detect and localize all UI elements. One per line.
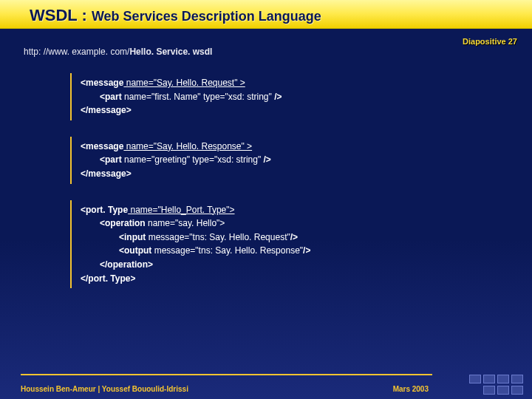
message-response-block: <message name="Say. Hello. Response" > <… (70, 137, 532, 184)
footer-divider (21, 374, 432, 375)
title-sub: Web Services Description Language (92, 9, 321, 24)
url-prefix: http: //www. example. com/ (24, 47, 129, 57)
title-main: WSDL : (30, 6, 87, 24)
wsdl-url: http: //www. example. com/Hello. Service… (24, 47, 532, 57)
footer-decoration (469, 372, 523, 395)
message-request-block: <message name="Say. Hello. Request" > <p… (70, 73, 532, 120)
porttype-block: <port. Type name="Hello_Port. Type"> <op… (70, 200, 532, 289)
slide-title: WSDL : Web Services Description Language (30, 6, 532, 25)
slide-footer: Houssein Ben-Ameur | Youssef Bououlid-Id… (0, 374, 532, 399)
footer-author: Houssein Ben-Ameur | Youssef Bououlid-Id… (21, 385, 188, 393)
url-file: Hello. Service. wsdl (129, 47, 212, 57)
slide-header: WSDL : Web Services Description Language (0, 0, 532, 29)
footer-date: Mars 2003 (393, 385, 429, 393)
slide-number-badge: Diapositive 27 (458, 35, 522, 47)
code-content: <message name="Say. Hello. Request" > <p… (70, 73, 532, 288)
